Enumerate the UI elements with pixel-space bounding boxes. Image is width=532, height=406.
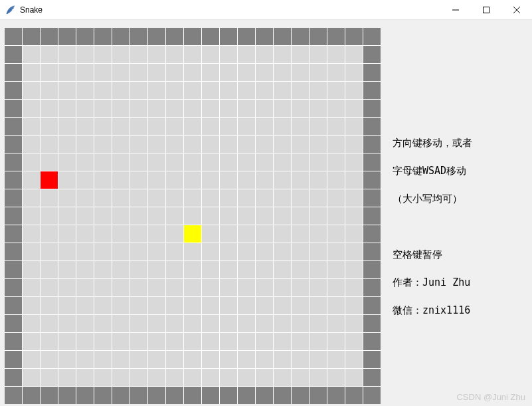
empty-cell bbox=[130, 243, 147, 260]
empty-cell bbox=[23, 189, 40, 207]
empty-cell bbox=[166, 297, 183, 314]
empty-cell bbox=[130, 136, 147, 153]
minimize-button[interactable] bbox=[440, 0, 471, 19]
empty-cell bbox=[94, 351, 112, 368]
empty-cell bbox=[58, 261, 76, 278]
empty-cell bbox=[58, 118, 76, 135]
empty-cell bbox=[238, 82, 255, 99]
empty-cell bbox=[220, 189, 237, 207]
wall-cell bbox=[363, 64, 381, 81]
empty-cell bbox=[256, 189, 273, 207]
empty-cell bbox=[130, 189, 147, 207]
empty-cell bbox=[23, 261, 40, 278]
wall-cell bbox=[5, 46, 22, 63]
empty-cell bbox=[23, 153, 40, 171]
empty-cell bbox=[292, 243, 309, 260]
empty-cell bbox=[292, 225, 309, 243]
empty-cell bbox=[238, 46, 255, 63]
game-grid[interactable] bbox=[5, 28, 381, 404]
empty-cell bbox=[238, 369, 255, 386]
wall-cell bbox=[363, 297, 381, 314]
empty-cell bbox=[130, 46, 147, 63]
empty-cell bbox=[112, 369, 130, 386]
wall-cell bbox=[148, 387, 165, 404]
empty-cell bbox=[310, 189, 327, 207]
empty-cell bbox=[112, 82, 130, 99]
wall-cell bbox=[58, 387, 76, 404]
titlebar-left: Snake bbox=[5, 5, 43, 15]
empty-cell bbox=[256, 315, 273, 332]
wall-cell bbox=[5, 189, 22, 207]
empty-cell bbox=[292, 315, 309, 332]
empty-cell bbox=[23, 118, 40, 135]
empty-cell bbox=[58, 279, 76, 296]
empty-cell bbox=[274, 189, 291, 207]
empty-cell bbox=[41, 243, 58, 260]
empty-cell bbox=[327, 136, 345, 153]
empty-cell bbox=[292, 297, 309, 314]
empty-cell bbox=[274, 243, 291, 260]
window-titlebar: Snake bbox=[0, 0, 532, 20]
empty-cell bbox=[220, 46, 237, 63]
empty-cell bbox=[112, 46, 130, 63]
empty-cell bbox=[292, 171, 309, 189]
wall-cell bbox=[5, 333, 22, 350]
empty-cell bbox=[94, 207, 112, 225]
wall-cell bbox=[5, 279, 22, 296]
empty-cell bbox=[327, 315, 345, 332]
empty-cell bbox=[310, 171, 327, 189]
empty-cell bbox=[76, 351, 94, 368]
instruction-line: 空格键暂停 bbox=[393, 248, 521, 262]
empty-cell bbox=[58, 100, 76, 117]
maximize-button[interactable] bbox=[471, 0, 501, 19]
empty-cell bbox=[310, 153, 327, 171]
wall-cell bbox=[148, 28, 165, 45]
empty-cell bbox=[58, 333, 76, 350]
empty-cell bbox=[130, 100, 147, 117]
empty-cell bbox=[327, 369, 345, 386]
wall-cell bbox=[363, 207, 381, 225]
empty-cell bbox=[112, 118, 130, 135]
wall-cell bbox=[94, 387, 112, 404]
empty-cell bbox=[238, 171, 255, 189]
wall-cell bbox=[5, 297, 22, 314]
empty-cell bbox=[202, 315, 219, 332]
empty-cell bbox=[112, 243, 130, 260]
wall-cell bbox=[5, 387, 22, 404]
empty-cell bbox=[130, 261, 147, 278]
empty-cell bbox=[238, 118, 255, 135]
empty-cell bbox=[256, 369, 273, 386]
empty-cell bbox=[112, 64, 130, 81]
empty-cell bbox=[184, 82, 201, 99]
empty-cell bbox=[256, 136, 273, 153]
empty-cell bbox=[23, 171, 40, 189]
empty-cell bbox=[202, 333, 219, 350]
empty-cell bbox=[76, 207, 94, 225]
empty-cell bbox=[256, 171, 273, 189]
game-area bbox=[0, 20, 382, 406]
instructions-text: 方向键移动，或者 字母键WSAD移动 （大小写均可） 空格键暂停 作者：Juni… bbox=[393, 122, 521, 332]
empty-cell bbox=[41, 46, 58, 63]
empty-cell bbox=[238, 225, 255, 243]
wall-cell bbox=[5, 153, 22, 171]
empty-cell bbox=[327, 333, 345, 350]
empty-cell bbox=[41, 118, 58, 135]
empty-cell bbox=[148, 100, 165, 117]
empty-cell bbox=[58, 369, 76, 386]
empty-cell bbox=[310, 333, 327, 350]
empty-cell bbox=[41, 136, 58, 153]
empty-cell bbox=[310, 243, 327, 260]
empty-cell bbox=[310, 82, 327, 99]
empty-cell bbox=[310, 207, 327, 225]
empty-cell bbox=[94, 369, 112, 386]
close-button[interactable] bbox=[501, 0, 532, 19]
empty-cell bbox=[220, 261, 237, 278]
wall-cell bbox=[363, 100, 381, 117]
empty-cell bbox=[274, 82, 291, 99]
empty-cell bbox=[310, 118, 327, 135]
empty-cell bbox=[148, 46, 165, 63]
empty-cell bbox=[148, 225, 165, 243]
wall-cell bbox=[112, 28, 130, 45]
empty-cell bbox=[327, 118, 345, 135]
wall-cell bbox=[363, 118, 381, 135]
